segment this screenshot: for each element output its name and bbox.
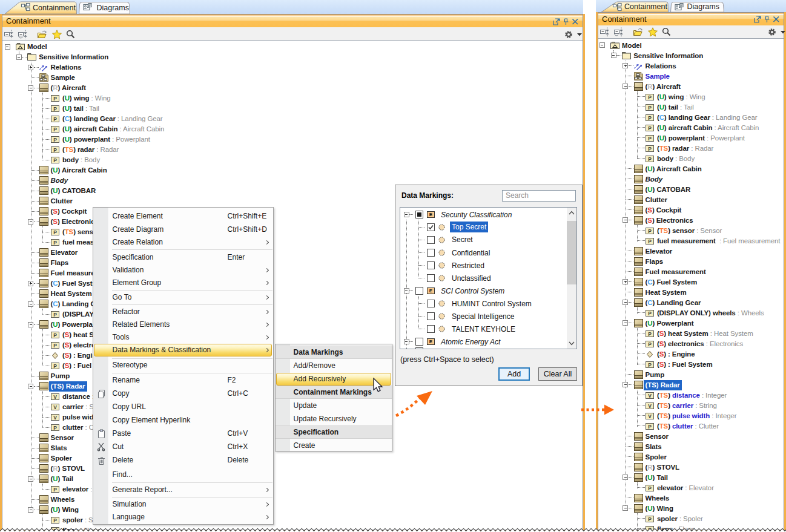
svg-text:P: P: [648, 341, 652, 347]
svg-text:P: P: [53, 312, 57, 318]
svg-text:P: P: [53, 332, 57, 338]
svg-text:P: P: [53, 157, 57, 163]
svg-text:P: P: [53, 240, 57, 246]
svg-text:P: P: [53, 425, 57, 431]
svg-text:P: P: [648, 114, 652, 120]
svg-text:P: P: [648, 156, 652, 162]
svg-text:V: V: [648, 402, 652, 409]
svg-text:V: V: [53, 404, 57, 410]
svg-text:P: P: [53, 137, 57, 143]
svg-text:P: P: [648, 423, 652, 429]
svg-text:P: P: [53, 106, 57, 112]
svg-text:P: P: [648, 485, 652, 491]
svg-text:P: P: [53, 229, 57, 235]
svg-text:P: P: [648, 125, 652, 131]
svg-text:P: P: [53, 517, 57, 524]
svg-text:P: P: [53, 126, 57, 133]
svg-text:P: P: [53, 487, 57, 493]
svg-text:P: P: [53, 116, 57, 122]
svg-text:P: P: [648, 104, 652, 110]
svg-text:P: P: [53, 343, 57, 349]
svg-text:P: P: [648, 516, 652, 522]
svg-text:P: P: [53, 363, 57, 369]
svg-text:P: P: [648, 135, 652, 141]
svg-text:P: P: [648, 145, 652, 151]
svg-text:V: V: [53, 415, 57, 421]
svg-text:P: P: [53, 147, 57, 153]
svg-text:P: P: [648, 228, 652, 234]
svg-text:V: V: [648, 392, 652, 398]
svg-text:P: P: [648, 310, 652, 316]
svg-text:P: P: [648, 94, 652, 100]
svg-text:V: V: [53, 394, 57, 400]
svg-text:P: P: [53, 96, 57, 102]
svg-text:P: P: [648, 238, 652, 244]
svg-text:V: V: [648, 413, 652, 419]
svg-text:P: P: [648, 330, 652, 337]
svg-text:P: P: [648, 361, 652, 367]
